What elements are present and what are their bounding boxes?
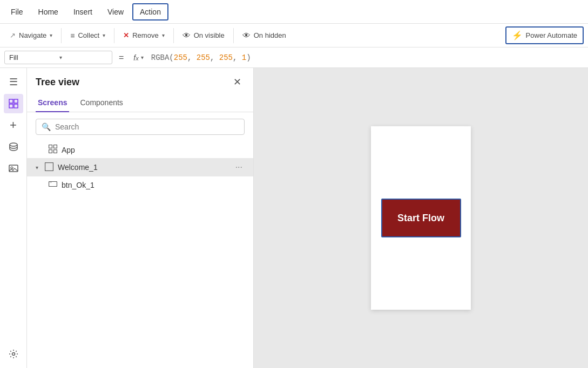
main-layout: ☰ + (0, 68, 588, 368)
welcome1-label: Welcome_1 (58, 163, 229, 172)
remove-chevron-icon: ▾ (162, 32, 165, 38)
svg-rect-1 (14, 99, 18, 103)
property-chevron-icon: ▾ (59, 54, 107, 60)
tree-item-app[interactable]: App (27, 141, 253, 158)
remove-button[interactable]: ✕ Remove ▾ (118, 29, 170, 42)
menu-action[interactable]: Action (132, 3, 168, 21)
btn-ok1-icon (49, 180, 57, 190)
equals-sign: = (117, 53, 126, 63)
svg-rect-11 (54, 150, 57, 153)
collect-chevron-icon: ▾ (103, 32, 105, 38)
rgba-val4: 1 (242, 53, 246, 62)
svg-rect-12 (45, 162, 53, 171)
app-frame: Start Flow (371, 126, 471, 310)
tree-close-button[interactable]: ✕ (229, 74, 245, 90)
tree-header: Tree view ✕ (27, 68, 253, 94)
tree-item-btn-ok1[interactable]: btn_Ok_1 (27, 176, 253, 193)
settings-icon[interactable] (4, 344, 23, 364)
property-label: Fill (9, 53, 57, 62)
welcome1-screen-icon (45, 162, 53, 173)
menu-insert[interactable]: Insert (67, 4, 99, 19)
btn-ok1-label: btn_Ok_1 (62, 181, 245, 189)
media-icon[interactable] (4, 159, 23, 178)
search-input[interactable] (55, 122, 239, 131)
canvas-area: Start Flow (254, 68, 588, 368)
on-visible-button[interactable]: 👁 On visible (177, 28, 230, 43)
tab-components[interactable]: Components (78, 94, 125, 112)
svg-rect-8 (49, 145, 52, 148)
search-icon: 🔍 (42, 122, 51, 131)
fx-chevron-icon: ▾ (141, 54, 144, 60)
tab-screens[interactable]: Screens (36, 94, 69, 112)
svg-point-4 (10, 143, 17, 146)
comma2: , (210, 53, 219, 62)
menu-file[interactable]: File (4, 4, 30, 19)
start-flow-button[interactable]: Start Flow (381, 199, 461, 237)
rgba-val3: 255 (219, 53, 233, 62)
power-automate-button[interactable]: ⚡ Power Automate (505, 26, 584, 44)
tree-title: Tree view (36, 77, 79, 88)
rgba-keyword: RGBA( (151, 53, 174, 62)
svg-rect-10 (49, 150, 52, 153)
welcome1-expand-icon: ▾ (36, 165, 38, 171)
menu-view[interactable]: View (101, 4, 130, 19)
navigate-label: Navigate (19, 31, 46, 39)
data-icon[interactable] (4, 137, 23, 156)
formula-bar: Fill ▾ = fx ▾ RGBA(255, 255, 255, 1) (0, 47, 588, 68)
hamburger-icon[interactable]: ☰ (4, 72, 23, 92)
layers-icon[interactable] (4, 94, 23, 113)
sep-1 (61, 28, 62, 43)
add-icon[interactable]: + (4, 115, 23, 135)
menu-home[interactable]: Home (32, 4, 65, 19)
on-hidden-label: On hidden (254, 31, 286, 39)
svg-rect-9 (54, 145, 57, 148)
sep-4 (233, 28, 234, 43)
app-icon (49, 145, 57, 155)
rgba-close: ) (246, 53, 251, 62)
on-hidden-button[interactable]: 👁 On hidden (237, 28, 292, 43)
tree-panel: Tree view ✕ Screens Components 🔍 (27, 68, 254, 368)
svg-rect-5 (9, 165, 18, 172)
remove-x-icon: ✕ (123, 31, 129, 39)
remove-label: Remove (132, 31, 158, 39)
fx-button[interactable]: fx ▾ (130, 52, 146, 63)
svg-point-6 (11, 167, 13, 169)
navigate-chevron-icon: ▾ (50, 32, 52, 38)
welcome1-more-icon[interactable]: ··· (233, 161, 245, 173)
sep-2 (114, 28, 114, 43)
tree-item-welcome1[interactable]: ▾ Welcome_1 ··· (27, 158, 253, 176)
svg-point-7 (12, 353, 15, 356)
tree-tabs: Screens Components (27, 94, 253, 112)
svg-rect-0 (9, 99, 13, 103)
navigate-arrow-icon: ↗ (10, 31, 16, 39)
sep-3 (173, 28, 174, 43)
formula-expression: RGBA(255, 255, 255, 1) (151, 53, 584, 62)
property-dropdown[interactable]: Fill ▾ (4, 51, 112, 64)
svg-rect-3 (14, 104, 18, 108)
tree-content: App ▾ Welcome_1 ··· (27, 141, 253, 368)
comma3: , (233, 53, 242, 62)
comma1: , (187, 53, 197, 62)
rgba-val1: 255 (174, 53, 187, 62)
toolbar: ↗ Navigate ▾ ≡ Collect ▾ ✕ Remove ▾ 👁 On… (0, 24, 588, 47)
fx-icon: fx (133, 53, 138, 62)
svg-rect-2 (9, 104, 13, 108)
on-hidden-eye-icon: 👁 (242, 31, 251, 40)
menu-bar: File Home Insert View Action (0, 0, 588, 24)
rgba-val2: 255 (197, 53, 210, 62)
collect-button[interactable]: ≡ Collect ▾ (65, 29, 111, 43)
sidebar-icons: ☰ + (0, 68, 27, 368)
app-label: App (62, 146, 245, 154)
collect-icon: ≡ (70, 31, 75, 40)
tree-search-container: 🔍 (36, 119, 245, 135)
on-visible-eye-icon: 👁 (183, 31, 191, 40)
on-visible-label: On visible (194, 31, 225, 39)
navigate-button[interactable]: ↗ Navigate ▾ (4, 29, 58, 42)
power-automate-label: Power Automate (526, 31, 577, 39)
power-automate-icon: ⚡ (512, 30, 523, 40)
collect-label: Collect (78, 31, 99, 39)
